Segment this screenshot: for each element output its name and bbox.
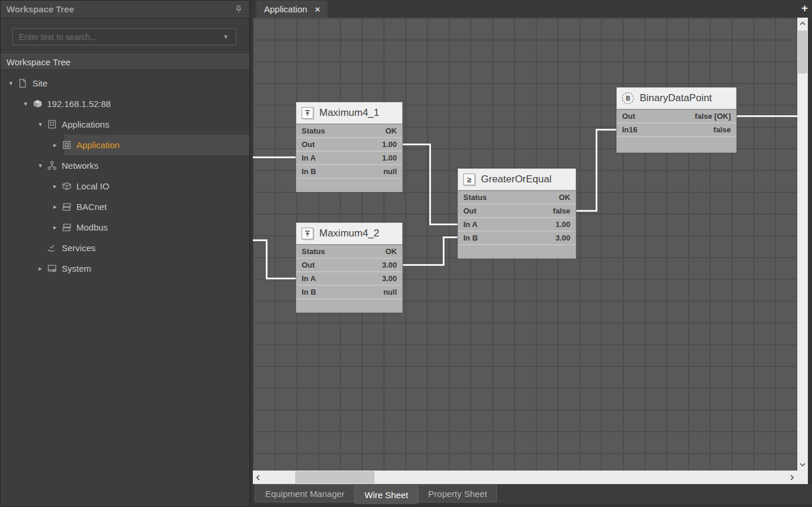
chevron-right-icon[interactable]: ▸ [50,141,60,149]
chevron-down-icon[interactable]: ▾ [35,121,45,128]
services-icon [46,243,58,253]
block-row-in-b[interactable]: In B 3.00 [458,232,576,245]
wire-segment[interactable] [576,210,597,212]
tree-item-applications[interactable]: ▾ Applications [1,114,249,135]
row-value: false [OK] [695,112,731,121]
wire-segment[interactable] [737,115,797,117]
search-input[interactable] [13,32,216,42]
row-value: OK [386,247,397,256]
block-title: Maximum4_1 [319,107,379,119]
wire-segment[interactable] [443,236,457,238]
row-label: Out [302,261,315,269]
block-footer [296,299,402,312]
row-value: 3.00 [556,234,570,242]
block-header[interactable]: Maximum4_1 [296,102,402,125]
block-footer [296,179,402,192]
block-row-in16[interactable]: In16 false [617,124,736,137]
chevron-right-icon[interactable]: ▸ [50,203,60,211]
tree-item-label: Site [32,78,48,88]
scroll-right-icon[interactable] [787,471,797,484]
wire-segment[interactable] [429,144,431,225]
chevron-down-icon[interactable]: ▾ [35,162,45,169]
protocol-icon [61,222,72,232]
row-value: 3.00 [382,274,397,283]
block-row-out[interactable]: Out false [OK] [617,110,736,124]
panel-title: Workspace Tree [6,4,74,14]
wire-segment[interactable] [596,129,597,212]
block-header[interactable]: ≥ GreaterOrEqual [458,169,576,191]
binary-data-point-icon: B [622,92,634,104]
wire-segment[interactable] [429,224,457,225]
block-binary-data-point[interactable]: B BinaryDataPoint Out false [OK] In16 fa… [616,87,737,153]
block-row-in-a[interactable]: In A 3.00 [296,272,402,286]
wire-segment[interactable] [266,239,268,279]
block-row-out[interactable]: Out 3.00 [296,259,402,272]
row-value: null [383,288,397,296]
add-tab-button[interactable]: + [801,2,808,15]
wire-sheet-canvas[interactable]: Maximum4_1 Status OK Out 1.00 In A 1.00 … [253,18,797,471]
scroll-left-icon[interactable] [253,471,263,484]
close-icon[interactable]: × [315,4,320,14]
wire-segment[interactable] [253,156,296,158]
tree-item-networks[interactable]: ▾ Networks [1,155,249,176]
tree-item-system[interactable]: ▸ System [1,258,249,279]
chevron-down-icon[interactable]: ▼ [216,34,236,40]
wire-segment[interactable] [403,264,445,266]
block-maximum4-1[interactable]: Maximum4_1 Status OK Out 1.00 In A 1.00 … [296,102,403,192]
search-combobox[interactable]: ▼ [12,28,236,45]
wire-segment[interactable] [266,278,296,279]
tree-item-local-io[interactable]: ▸ Local IO [1,176,249,196]
pin-icon[interactable] [234,5,243,14]
system-icon [46,263,58,273]
block-row-in-b[interactable]: In B null [296,286,402,299]
scroll-down-icon[interactable] [797,459,808,471]
vertical-scroll-thumb[interactable] [798,31,807,74]
block-title: GreaterOrEqual [481,174,552,185]
block-row-in-a[interactable]: In A 1.00 [458,218,576,232]
horizontal-scrollbar[interactable] [253,471,797,484]
tree-item-bacnet[interactable]: ▸ BACnet [1,196,249,217]
block-row-status[interactable]: Status OK [296,245,402,259]
scroll-up-icon[interactable] [797,18,808,29]
tab-label: Property Sheet [428,489,487,499]
wire-segment[interactable] [403,144,430,145]
tab-property-sheet[interactable]: Property Sheet [418,485,497,502]
row-label: Out [463,206,476,215]
block-row-status[interactable]: Status OK [458,191,576,205]
chevron-right-icon[interactable]: ▸ [35,265,45,272]
block-header[interactable]: B BinaryDataPoint [617,88,736,110]
wire-segment[interactable] [596,129,616,131]
maximum-icon [302,107,313,119]
tab-equipment-manager[interactable]: Equipment Manager [255,485,355,502]
tree-item-site[interactable]: ▾ Site [1,73,249,94]
wire-segment[interactable] [443,236,445,266]
block-header[interactable]: Maximum4_2 [296,223,402,245]
block-maximum4-2[interactable]: Maximum4_2 Status OK Out 3.00 In A 3.00 … [296,222,403,313]
row-value: OK [559,193,571,202]
tree-item-modbus[interactable]: ▸ Modbus [1,217,249,238]
block-row-out[interactable]: Out 1.00 [296,138,402,152]
block-row-status[interactable]: Status OK [296,125,402,138]
tree-item-controller[interactable]: ▾ 192.168.1.52:88 [1,94,249,114]
row-value: OK [386,126,397,135]
tree-item-application[interactable]: ▸ Application [1,135,249,155]
block-row-out[interactable]: Out false [458,205,576,218]
tree-item-label: Application [76,140,119,150]
block-greater-or-equal[interactable]: ≥ GreaterOrEqual Status OK Out false In … [457,168,576,259]
chevron-right-icon[interactable]: ▸ [50,182,60,190]
block-row-in-b[interactable]: In B null [296,165,402,179]
chevron-down-icon[interactable]: ▾ [21,100,31,108]
tree-item-label: 192.168.1.52:88 [47,99,111,109]
network-icon [46,161,58,171]
chevron-right-icon[interactable]: ▸ [50,224,60,231]
tree-item-label: Modbus [76,222,108,232]
tab-wire-sheet[interactable]: Wire Sheet [355,485,418,504]
horizontal-scroll-thumb[interactable] [295,471,375,483]
binary-glyph: B [626,95,630,102]
tree-item-services[interactable]: Services [1,238,249,258]
tab-application[interactable]: Application × [256,1,328,18]
block-row-in-a[interactable]: In A 1.00 [296,152,402,165]
vertical-scrollbar[interactable] [797,18,808,471]
chevron-down-icon[interactable]: ▾ [6,79,16,87]
row-value: false [713,125,731,134]
